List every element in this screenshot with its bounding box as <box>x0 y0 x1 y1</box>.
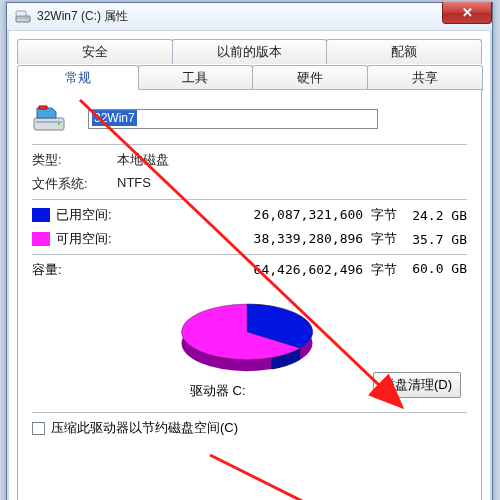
properties-window: 32Win7 (C:) 属性 ✕ 安全 以前的版本 配额 常规 工具 硬件 共享 <box>6 2 493 500</box>
compress-checkbox-row[interactable]: 压缩此驱动器以节约磁盘空间(C) <box>32 419 467 437</box>
capacity-bytes: 64,426,602,496 字节 <box>128 261 397 279</box>
tab-general[interactable]: 常规 <box>17 65 139 90</box>
capacity-label: 容量: <box>32 261 128 279</box>
separator <box>32 412 467 413</box>
capacity-gb: 60.0 GB <box>397 261 467 279</box>
disk-cleanup-button[interactable]: 磁盘清理(D) <box>373 372 461 398</box>
compress-label: 压缩此驱动器以节约磁盘空间(C) <box>51 419 238 437</box>
tab-hardware[interactable]: 硬件 <box>252 65 368 90</box>
usage-pie-chart <box>157 291 337 381</box>
used-gb: 24.2 GB <box>397 208 467 223</box>
separator <box>32 254 467 255</box>
separator <box>32 144 467 145</box>
svg-point-6 <box>58 123 60 125</box>
free-swatch <box>32 232 50 246</box>
svg-rect-5 <box>36 121 62 123</box>
volume-name-value: 32Win7 <box>92 110 137 126</box>
filesystem-value: NTFS <box>117 175 467 193</box>
tab-sharing[interactable]: 共享 <box>367 65 483 90</box>
close-icon: ✕ <box>462 5 473 20</box>
drive-icon <box>15 9 31 25</box>
used-bytes: 26,087,321,600 字节 <box>128 206 397 224</box>
tab-previous-versions[interactable]: 以前的版本 <box>172 39 328 64</box>
pie-chart-area: 驱动器 C: 磁盘清理(D) <box>32 281 467 406</box>
free-gb: 35.7 GB <box>397 232 467 247</box>
tab-control: 安全 以前的版本 配额 常规 工具 硬件 共享 32Win7 <box>17 39 482 500</box>
used-label: 已用空间: <box>56 206 128 224</box>
tab-quota[interactable]: 配额 <box>326 39 482 64</box>
tab-security[interactable]: 安全 <box>17 39 173 64</box>
free-bytes: 38,339,280,896 字节 <box>128 230 397 248</box>
volume-name-input[interactable]: 32Win7 <box>88 109 378 129</box>
free-label: 可用空间: <box>56 230 128 248</box>
drive-large-icon <box>32 102 66 136</box>
svg-rect-3 <box>16 11 26 16</box>
tab-tools[interactable]: 工具 <box>138 65 254 90</box>
separator <box>32 199 467 200</box>
checkbox-icon[interactable] <box>32 422 45 435</box>
filesystem-label: 文件系统: <box>32 175 117 193</box>
used-swatch <box>32 208 50 222</box>
type-value: 本地磁盘 <box>117 151 467 169</box>
titlebar[interactable]: 32Win7 (C:) 属性 ✕ <box>7 3 492 31</box>
drive-label: 驱动器 C: <box>190 382 246 400</box>
tab-panel-general: 32Win7 类型: 本地磁盘 文件系统: NTFS 已用空间: 26,087,… <box>17 89 482 500</box>
client-area: 安全 以前的版本 配额 常规 工具 硬件 共享 32Win7 <box>7 31 492 500</box>
type-label: 类型: <box>32 151 117 169</box>
svg-point-2 <box>27 18 29 20</box>
window-title: 32Win7 (C:) 属性 <box>37 8 128 25</box>
close-button[interactable]: ✕ <box>442 2 492 24</box>
